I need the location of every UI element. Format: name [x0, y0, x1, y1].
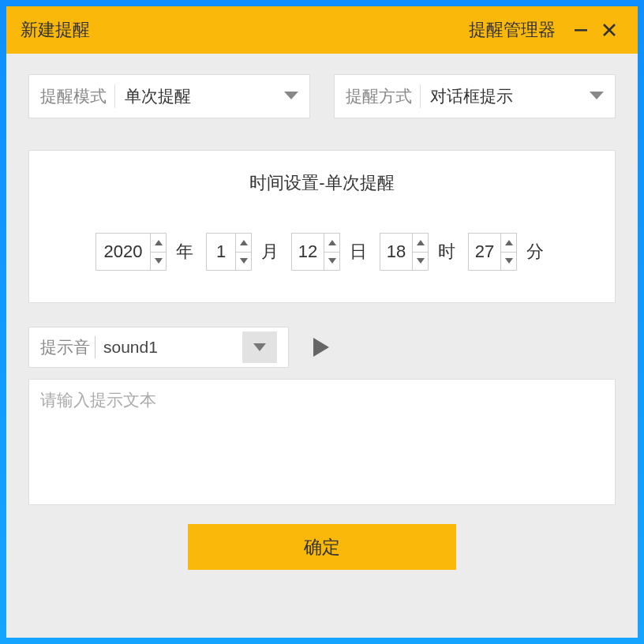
svg-marker-12	[417, 258, 425, 264]
svg-marker-4	[590, 92, 604, 99]
hour-down-button[interactable]	[413, 253, 428, 271]
svg-rect-0	[575, 29, 587, 32]
chevron-up-icon	[240, 240, 248, 245]
chevron-down-icon	[505, 258, 513, 264]
chevron-down-icon	[240, 258, 248, 264]
svg-marker-15	[253, 343, 266, 351]
sound-value: sound1	[103, 338, 242, 357]
play-sound-button[interactable]	[305, 331, 336, 363]
chevron-down-icon	[328, 258, 336, 264]
minute-value: 27	[469, 242, 500, 262]
hour-value: 18	[380, 242, 412, 262]
method-label: 提醒方式	[346, 85, 412, 107]
year-unit: 年	[176, 240, 193, 264]
year-stepper[interactable]: 2020	[95, 233, 167, 271]
footer: 确定	[28, 524, 616, 586]
time-panel-title: 时间设置-单次提醒	[45, 171, 599, 195]
chevron-up-icon	[417, 240, 425, 245]
month-up-button[interactable]	[236, 234, 251, 253]
reminder-manager-link[interactable]: 提醒管理器	[469, 18, 556, 42]
mode-label: 提醒模式	[40, 85, 107, 107]
chevron-down-icon	[253, 343, 266, 351]
svg-marker-13	[505, 240, 513, 245]
datetime-row: 2020 年 1 月 12	[45, 233, 599, 271]
day-unit: 日	[350, 240, 367, 264]
month-down-button[interactable]	[236, 253, 251, 271]
chevron-up-icon	[155, 240, 163, 245]
method-select[interactable]: 提醒方式 对话框提示	[334, 74, 616, 118]
chevron-up-icon	[505, 240, 513, 245]
svg-marker-11	[417, 240, 425, 245]
svg-marker-8	[240, 258, 248, 264]
prompt-text-input[interactable]	[28, 379, 616, 505]
year-value: 2020	[96, 242, 150, 262]
play-icon	[312, 338, 329, 357]
svg-marker-10	[328, 258, 336, 264]
minute-up-button[interactable]	[501, 234, 516, 253]
minute-stepper[interactable]: 27	[468, 233, 517, 271]
titlebar: 新建提醒 提醒管理器	[6, 6, 638, 54]
svg-marker-16	[313, 338, 329, 357]
svg-marker-7	[240, 240, 248, 245]
svg-marker-9	[328, 240, 336, 245]
chevron-up-icon	[328, 240, 336, 245]
svg-marker-6	[155, 258, 163, 264]
month-value: 1	[207, 242, 235, 262]
minimize-button[interactable]	[567, 16, 595, 44]
hour-up-button[interactable]	[413, 234, 428, 253]
day-up-button[interactable]	[324, 234, 339, 253]
chevron-down-icon	[155, 258, 163, 264]
close-icon	[601, 22, 617, 38]
svg-marker-5	[155, 240, 163, 245]
minute-down-button[interactable]	[501, 253, 516, 271]
sound-select[interactable]: 提示音 sound1	[28, 327, 289, 368]
ok-button[interactable]: 确定	[188, 524, 456, 570]
method-value: 对话框提示	[430, 85, 590, 107]
chevron-down-icon	[590, 89, 604, 103]
day-value: 12	[292, 242, 324, 262]
year-down-button[interactable]	[151, 253, 166, 271]
chevron-down-icon	[417, 258, 425, 264]
svg-marker-14	[505, 258, 513, 264]
day-down-button[interactable]	[324, 253, 339, 271]
day-stepper[interactable]: 12	[291, 233, 340, 271]
hour-stepper[interactable]: 18	[380, 233, 429, 271]
minute-unit: 分	[526, 240, 544, 264]
top-selects-row: 提醒模式 单次提醒 提醒方式 对话框提示	[28, 74, 616, 118]
chevron-down-icon	[284, 89, 298, 103]
svg-marker-3	[284, 92, 298, 99]
content: 提醒模式 单次提醒 提醒方式 对话框提示 时间设置-单次提醒 2020	[6, 54, 638, 638]
minimize-icon	[573, 22, 589, 38]
window-title: 新建提醒	[21, 18, 90, 42]
year-up-button[interactable]	[151, 234, 166, 253]
mode-value: 单次提醒	[125, 85, 284, 107]
time-settings-panel: 时间设置-单次提醒 2020 年 1 月	[28, 150, 616, 303]
window: 新建提醒 提醒管理器 提醒模式 单次提醒	[6, 6, 638, 638]
sound-row: 提示音 sound1	[28, 327, 616, 368]
sound-dropdown-button[interactable]	[242, 331, 277, 363]
hour-unit: 时	[438, 240, 455, 264]
mode-select[interactable]: 提醒模式 单次提醒	[28, 74, 310, 118]
month-stepper[interactable]: 1	[206, 233, 252, 271]
sound-label: 提示音	[40, 336, 90, 358]
month-unit: 月	[261, 240, 279, 264]
close-button[interactable]	[595, 16, 623, 44]
